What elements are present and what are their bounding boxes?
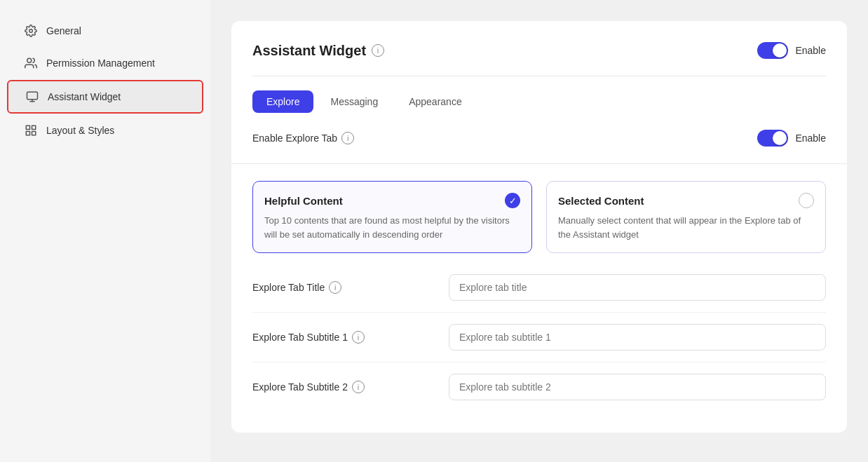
svg-point-0 [29, 29, 33, 33]
selected-content-title: Selected Content [558, 195, 644, 207]
helpful-content-card[interactable]: Helpful Content ✓ Top 10 contents that a… [252, 181, 532, 253]
tab-appearance[interactable]: Appearance [395, 90, 476, 113]
explore-tab-subtitle2-input[interactable] [449, 374, 826, 400]
users-icon [24, 56, 38, 70]
toggle-knob [773, 43, 787, 57]
header-divider [252, 76, 826, 76]
svg-rect-5 [26, 125, 29, 129]
section-divider [231, 163, 847, 164]
widget-icon [25, 90, 39, 104]
sidebar-item-layout-styles[interactable]: Layout & Styles [7, 115, 203, 146]
info-icon[interactable]: i [372, 44, 384, 57]
helpful-content-check: ✓ [505, 193, 520, 208]
sidebar: General Permission Management Assistant … [0, 0, 210, 462]
helpful-content-title: Helpful Content [264, 195, 343, 207]
main-enable-toggle[interactable] [757, 42, 788, 59]
tab-messaging[interactable]: Messaging [316, 90, 392, 113]
layout-icon [24, 123, 38, 137]
content-type-row: Helpful Content ✓ Top 10 contents that a… [252, 181, 826, 253]
content-card: Assistant Widget i Enable Explore Messag… [231, 21, 847, 433]
svg-rect-7 [32, 132, 36, 135]
explore-tab-subtitle1-info[interactable]: i [352, 331, 365, 344]
svg-point-1 [27, 58, 32, 62]
helpful-content-desc: Top 10 contents that are found as most h… [264, 214, 520, 241]
svg-rect-8 [26, 132, 29, 135]
explore-toggle-knob [773, 131, 787, 145]
explore-info-icon[interactable]: i [341, 132, 354, 144]
explore-tab-title-label: Explore Tab Title i [252, 281, 449, 294]
gear-icon [24, 24, 38, 38]
explore-tab-subtitle2-info[interactable]: i [352, 381, 365, 393]
svg-rect-2 [27, 92, 38, 100]
card-header-row: Helpful Content ✓ [264, 193, 520, 208]
sidebar-item-label: General [46, 25, 81, 36]
card-header-row: Selected Content [558, 193, 814, 208]
explore-tab-subtitle2-label: Explore Tab Subtitle 2 i [252, 381, 449, 393]
svg-rect-6 [32, 125, 36, 129]
tab-bar: Explore Messaging Appearance [252, 90, 826, 113]
explore-enable-toggle[interactable] [757, 130, 788, 147]
explore-tab-subtitle2-row: Explore Tab Subtitle 2 i [252, 374, 826, 412]
sidebar-item-label: Assistant Widget [48, 91, 121, 102]
explore-enable-row: Enable Explore Tab i Enable [252, 130, 826, 147]
explore-enable-label-group: Enable Explore Tab i [252, 132, 354, 144]
explore-tab-subtitle1-label: Explore Tab Subtitle 1 i [252, 331, 449, 344]
explore-enable-right: Enable [757, 130, 826, 147]
widget-header: Assistant Widget i Enable [252, 42, 826, 59]
header-enable-row: Enable [757, 42, 826, 59]
tab-explore[interactable]: Explore [252, 90, 313, 113]
selected-content-card[interactable]: Selected Content Manually select content… [546, 181, 826, 253]
explore-enable-text: Enable Explore Tab [252, 133, 337, 144]
sidebar-item-permission-management[interactable]: Permission Management [7, 48, 203, 79]
explore-tab-title-input[interactable] [449, 274, 826, 301]
sidebar-item-general[interactable]: General [7, 15, 203, 46]
explore-tab-title-info[interactable]: i [329, 281, 341, 294]
explore-tab-subtitle1-input[interactable] [449, 324, 826, 351]
explore-enable-label: Enable [795, 133, 826, 144]
main-content: Assistant Widget i Enable Explore Messag… [210, 0, 868, 462]
selected-content-desc: Manually select content that will appear… [558, 214, 814, 241]
main-enable-label: Enable [795, 45, 826, 56]
explore-tab-title-row: Explore Tab Title i [252, 274, 826, 313]
sidebar-item-assistant-widget[interactable]: Assistant Widget [7, 80, 203, 114]
sidebar-item-label: Permission Management [46, 57, 155, 69]
widget-title-row: Assistant Widget i [252, 43, 384, 59]
sidebar-item-label: Layout & Styles [46, 125, 114, 136]
selected-content-check [799, 193, 814, 208]
explore-tab-subtitle1-row: Explore Tab Subtitle 1 i [252, 324, 826, 362]
page-title: Assistant Widget [252, 43, 366, 59]
